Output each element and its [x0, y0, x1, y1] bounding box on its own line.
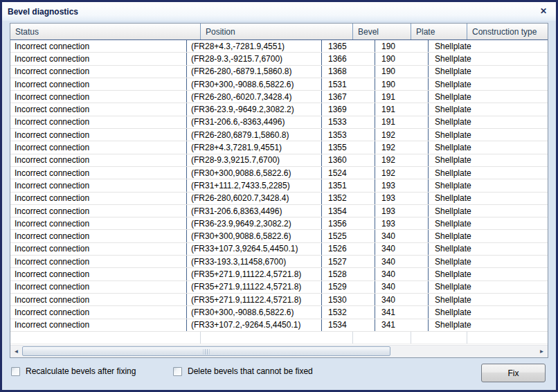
recalculate-checkbox[interactable]: [11, 367, 20, 376]
table-row[interactable]: Incorrect connection (FR30+300,9088.6,58…: [10, 167, 548, 179]
cell-plate: 191: [375, 116, 428, 128]
cell-bevel: 1532: [321, 306, 375, 318]
cell-position: (FR31-206.6,8363,4496): [186, 205, 321, 217]
cell-bevel: 1369: [321, 103, 375, 115]
table-row[interactable]: Incorrect connection (FR28-9.3,9215.7,67…: [10, 154, 548, 167]
delete-checkbox[interactable]: [173, 367, 182, 376]
cell-construction-type: Shellplate: [428, 103, 548, 115]
table-row[interactable]: Incorrect connection (FR36-23.9,9649.2,3…: [10, 217, 548, 230]
table-row[interactable]: Incorrect connection (FR36-23.9,-9649.2,…: [10, 103, 548, 116]
dialog-title: Bevel diagnostics: [8, 7, 78, 17]
cell-bevel: 1360: [321, 154, 375, 166]
cell-construction-type: Shellplate: [428, 141, 548, 153]
bevel-diagnostics-dialog: Bevel diagnostics ✕ Status Position Beve…: [0, 0, 558, 392]
column-header-construction-type[interactable]: Construction type: [467, 24, 548, 39]
cell-plate: 193: [375, 205, 428, 217]
cell-construction-type: Shellplate: [428, 268, 548, 280]
cell-construction-type: Shellplate: [428, 319, 548, 331]
column-header-plate[interactable]: Plate: [411, 24, 467, 39]
cell-construction-type: Shellplate: [428, 53, 548, 64]
cell-position: (FR30+300,-9088.6,5822.6): [186, 306, 321, 318]
table-body: Incorrect connection (FR28+4.3,-7281.9,4…: [10, 40, 548, 332]
table-row[interactable]: Incorrect connection (FR31-206.6,-8363,4…: [10, 116, 548, 129]
cell-status: Incorrect connection: [10, 319, 186, 331]
cell-construction-type: Shellplate: [428, 281, 548, 293]
cell-plate: 190: [375, 78, 428, 90]
table-row[interactable]: Incorrect connection (FR33+107.2,-9264.5…: [10, 319, 548, 332]
table-row[interactable]: Incorrect connection (FR35+271.9,11122.4…: [10, 268, 548, 280]
scrollbar-thumb[interactable]: [22, 346, 390, 356]
cell-position: (FR30+300,9088.6,5822.6): [186, 167, 321, 179]
cell-bevel: 1529: [321, 281, 375, 293]
scroll-left-arrow-icon[interactable]: ◄: [10, 346, 22, 357]
column-header-status[interactable]: Status: [10, 24, 200, 39]
column-header-position[interactable]: Position: [200, 24, 352, 39]
table-row[interactable]: Incorrect connection (FR31+111.2,7433.5,…: [10, 179, 548, 192]
cell-bevel: 1365: [321, 40, 375, 52]
cell-bevel: 1368: [321, 66, 375, 78]
cell-bevel: 1524: [321, 167, 375, 179]
table-row[interactable]: Incorrect connection (FR28+4.3,7281.9,45…: [10, 141, 548, 154]
horizontal-scrollbar[interactable]: ◄ ►: [10, 345, 548, 357]
cell-construction-type: Shellplate: [428, 167, 548, 179]
close-icon[interactable]: ✕: [537, 5, 550, 17]
cell-construction-type: Shellplate: [428, 78, 548, 90]
cell-construction-type: Shellplate: [428, 66, 548, 78]
cell-construction-type: Shellplate: [428, 129, 548, 141]
table-row[interactable]: Incorrect connection (FR26-280,6879.1,58…: [10, 129, 548, 141]
table-row[interactable]: Incorrect connection (FR30+300,-9088.6,5…: [10, 306, 548, 319]
cell-plate: 341: [375, 319, 428, 331]
table-row[interactable]: Incorrect connection (FR28-9.3,-9215.7,6…: [10, 53, 548, 65]
cell-plate: 191: [375, 103, 428, 115]
table-row[interactable]: Incorrect connection (FR33+107.3,9264.5,…: [10, 243, 548, 256]
cell-plate: 192: [375, 167, 428, 179]
cell-bevel: 1366: [321, 53, 375, 64]
cell-position: (FR33+107.2,-9264.5,4450.1): [186, 319, 321, 331]
cell-status: Incorrect connection: [10, 103, 186, 115]
table-row[interactable]: Incorrect connection (FR28+4.3,-7281.9,4…: [10, 40, 548, 53]
table-row[interactable]: Incorrect connection (FR26-280,-6879.1,5…: [10, 66, 548, 78]
cell-bevel: 1525: [321, 230, 375, 242]
table-header: Status Position Bevel Plate Construction…: [10, 24, 548, 40]
cell-position: (FR33+107.3,9264.5,4450.1): [186, 243, 321, 255]
cell-construction-type: Shellplate: [428, 154, 548, 166]
fix-button[interactable]: Fix: [481, 364, 546, 382]
cell-position: (FR30+300,9088.6,5822.6): [186, 230, 321, 242]
cell-construction-type: Shellplate: [428, 179, 548, 191]
cell-status: Incorrect connection: [10, 268, 186, 280]
table-row[interactable]: Incorrect connection (FR31-206.6,8363,44…: [10, 205, 548, 217]
cell-status: Incorrect connection: [10, 179, 186, 191]
cell-status: Incorrect connection: [10, 154, 186, 166]
cell-status: Incorrect connection: [10, 193, 186, 204]
cell-plate: 193: [375, 217, 428, 229]
table-row[interactable]: Incorrect connection (FR30+300,-9088.6,5…: [10, 78, 548, 91]
cell-status: Incorrect connection: [10, 141, 186, 153]
table-row[interactable]: Incorrect connection (FR35+271.9,11122.4…: [10, 294, 548, 306]
table-row[interactable]: Incorrect connection (FR30+300,9088.6,58…: [10, 230, 548, 242]
cell-construction-type: Shellplate: [428, 40, 548, 52]
table-row[interactable]: Incorrect connection (FR33-193.3,11458,6…: [10, 256, 548, 268]
cell-plate: 190: [375, 66, 428, 78]
scroll-right-arrow-icon[interactable]: ►: [536, 346, 548, 357]
cell-bevel: 1356: [321, 217, 375, 229]
cell-construction-type: Shellplate: [428, 294, 548, 305]
cell-construction-type: Shellplate: [428, 306, 548, 318]
cell-bevel: 1367: [321, 91, 375, 103]
column-header-bevel[interactable]: Bevel: [352, 24, 411, 39]
table-row[interactable]: Incorrect connection (FR26-280,6020.7,34…: [10, 193, 548, 205]
titlebar: Bevel diagnostics: [2, 2, 556, 21]
cell-bevel: 1530: [321, 294, 375, 305]
cell-position: (FR28+4.3,-7281.9,4551): [186, 40, 321, 52]
table-row[interactable]: Incorrect connection (FR35+271.9,11122.4…: [10, 281, 548, 294]
cell-plate: 191: [375, 91, 428, 103]
cell-status: Incorrect connection: [10, 129, 186, 141]
cell-construction-type: Shellplate: [428, 91, 548, 103]
recalculate-checkbox-row: Recalculate bevels after fixing: [11, 366, 136, 376]
cell-construction-type: Shellplate: [428, 230, 548, 242]
table-row[interactable]: Incorrect connection (FR26-280,-6020.7,3…: [10, 91, 548, 103]
cell-bevel: 1533: [321, 116, 375, 128]
recalculate-checkbox-label: Recalculate bevels after fixing: [26, 366, 136, 376]
cell-bevel: 1355: [321, 141, 375, 153]
cell-status: Incorrect connection: [10, 40, 186, 52]
cell-plate: 340: [375, 294, 428, 305]
